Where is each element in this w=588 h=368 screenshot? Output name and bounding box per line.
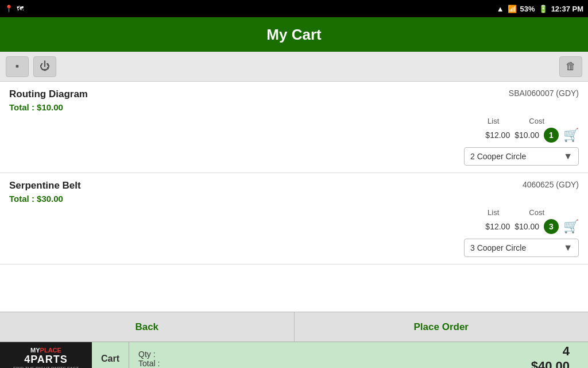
price-header-2: List Cost xyxy=(9,208,579,217)
qty-badge-1: 1 xyxy=(544,128,559,143)
status-bar: 📍 🗺 ▲ 📶 53% 🔋 12:37 PM xyxy=(0,0,588,17)
location-value-1: 2 Cooper Circle xyxy=(470,152,526,161)
logo-text: MYPLACE 4PARTS FIND THE RIGHT PARTS FAST xyxy=(13,347,79,369)
total-label: Total : xyxy=(138,359,160,368)
item-total-2: Total : $30.00 xyxy=(9,194,81,204)
add-to-cart-icon-2[interactable]: 🛒 xyxy=(563,219,579,234)
toolbar-left: ▪ ⏻ xyxy=(6,56,56,77)
chevron-down-icon-1: ▼ xyxy=(563,151,572,162)
square-icon: ▪ xyxy=(16,60,19,72)
wifi-icon: ▲ xyxy=(497,5,504,13)
footer-bar: MYPLACE 4PARTS FIND THE RIGHT PARTS FAST… xyxy=(0,342,588,368)
location-select-1[interactable]: 2 Cooper Circle ▼ xyxy=(464,147,579,166)
item-details-1: Routing Diagram Total : $10.00 xyxy=(9,89,88,112)
bottom-nav: Back Place Order xyxy=(0,312,588,342)
price-header-1: List Cost xyxy=(9,117,579,125)
time-display: 12:37 PM xyxy=(551,5,583,13)
item-details-2: Serpentine Belt Total : $30.00 xyxy=(9,180,81,204)
location-value-2: 3 Cooper Circle xyxy=(470,243,526,252)
delete-button[interactable]: 🗑 xyxy=(559,56,582,77)
list-label-1: List xyxy=(488,117,499,125)
status-bar-left: 📍 🗺 xyxy=(5,5,24,13)
footer-total-value: $40.00 xyxy=(531,359,579,369)
cart-item-1: Routing Diagram Total : $10.00 SBAI06000… xyxy=(0,82,588,173)
power-icon: ⏻ xyxy=(40,60,50,72)
cost-price-2: $10.00 xyxy=(514,222,539,231)
cart-item-top-1: Routing Diagram Total : $10.00 SBAI06000… xyxy=(9,89,579,112)
cart-content: Routing Diagram Total : $10.00 SBAI06000… xyxy=(0,82,588,312)
cost-label-1: Cost xyxy=(529,117,544,125)
cost-price-1: $10.00 xyxy=(514,131,539,140)
location-select-2[interactable]: 3 Cooper Circle ▼ xyxy=(464,239,579,257)
route-icon: 🗺 xyxy=(17,5,24,13)
item-name-1: Routing Diagram xyxy=(9,89,88,100)
item-name-2: Serpentine Belt xyxy=(9,180,81,191)
app-logo: MYPLACE 4PARTS FIND THE RIGHT PARTS FAST xyxy=(0,342,92,369)
status-bar-right: ▲ 📶 53% 🔋 12:37 PM xyxy=(497,5,583,13)
cost-label-2: Cost xyxy=(529,208,544,217)
add-to-cart-icon-1[interactable]: 🛒 xyxy=(563,128,579,143)
chevron-down-icon-2: ▼ xyxy=(563,243,572,253)
footer-total: Total : xyxy=(138,359,522,368)
square-button[interactable]: ▪ xyxy=(6,56,29,77)
logo-4parts: 4PARTS xyxy=(13,354,79,366)
app-header: My Cart xyxy=(0,17,588,52)
footer-info: Qty : Total : xyxy=(129,350,531,368)
trash-icon: 🗑 xyxy=(566,60,576,72)
battery-text: 53% xyxy=(520,5,535,13)
location-icon: 📍 xyxy=(5,5,13,13)
item-total-1: Total : $10.00 xyxy=(9,102,88,112)
price-row-2: $12.00 $10.00 3 🛒 xyxy=(9,219,579,234)
power-button[interactable]: ⏻ xyxy=(33,56,56,77)
qty-badge-2: 3 xyxy=(544,219,559,234)
footer-qty: Qty : xyxy=(138,350,522,359)
page-title: My Cart xyxy=(266,26,321,44)
logo-tagline: FIND THE RIGHT PARTS FAST xyxy=(13,366,79,369)
qty-label: Qty : xyxy=(138,350,156,359)
footer-right: 4 $40.00 xyxy=(531,344,588,369)
cart-item-2: Serpentine Belt Total : $30.00 4060625 (… xyxy=(0,173,588,264)
signal-icon: 📶 xyxy=(508,5,517,13)
location-dropdown-2: 3 Cooper Circle ▼ xyxy=(9,239,579,257)
place-order-button[interactable]: Place Order xyxy=(295,312,589,342)
battery-icon: 🔋 xyxy=(539,5,548,13)
item-sku-2: 4060625 (GDY) xyxy=(523,180,579,189)
item-sku-1: SBAI060007 (GDY) xyxy=(509,89,579,98)
price-row-1: $12.00 $10.00 1 🛒 xyxy=(9,128,579,143)
back-button[interactable]: Back xyxy=(0,312,295,342)
footer-qty-value: 4 xyxy=(563,344,579,359)
cart-item-top-2: Serpentine Belt Total : $30.00 4060625 (… xyxy=(9,180,579,204)
list-price-2: $12.00 xyxy=(485,222,510,231)
footer-cart-label: Cart xyxy=(92,342,129,368)
location-dropdown-1: 2 Cooper Circle ▼ xyxy=(9,147,579,166)
toolbar: ▪ ⏻ 🗑 xyxy=(0,52,588,82)
list-price-1: $12.00 xyxy=(485,131,510,140)
toolbar-right: 🗑 xyxy=(559,56,582,77)
list-label-2: List xyxy=(488,208,499,217)
